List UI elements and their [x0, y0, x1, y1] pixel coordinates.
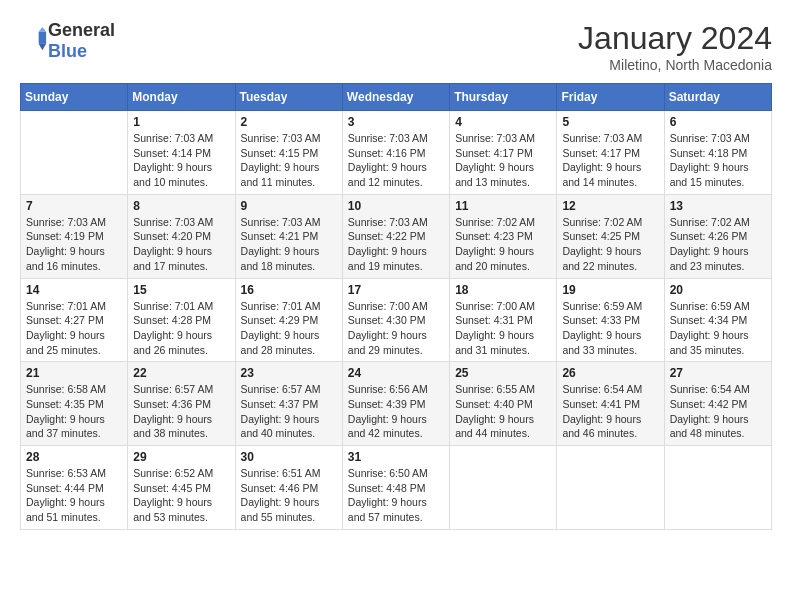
col-saturday: Saturday	[664, 84, 771, 111]
title-area: January 2024 Miletino, North Macedonia	[578, 20, 772, 73]
day-number: 26	[562, 366, 658, 380]
table-row	[21, 111, 128, 195]
day-info: Sunrise: 7:03 AMSunset: 4:14 PMDaylight:…	[133, 131, 229, 190]
table-row: 4 Sunrise: 7:03 AMSunset: 4:17 PMDayligh…	[450, 111, 557, 195]
day-number: 18	[455, 283, 551, 297]
table-row: 26 Sunrise: 6:54 AMSunset: 4:41 PMDaylig…	[557, 362, 664, 446]
table-row: 25 Sunrise: 6:55 AMSunset: 4:40 PMDaylig…	[450, 362, 557, 446]
day-number: 12	[562, 199, 658, 213]
day-number: 21	[26, 366, 122, 380]
day-info: Sunrise: 7:01 AMSunset: 4:28 PMDaylight:…	[133, 299, 229, 358]
table-row: 19 Sunrise: 6:59 AMSunset: 4:33 PMDaylig…	[557, 278, 664, 362]
table-row: 7 Sunrise: 7:03 AMSunset: 4:19 PMDayligh…	[21, 194, 128, 278]
logo-text: General Blue	[48, 20, 115, 62]
day-info: Sunrise: 7:03 AMSunset: 4:17 PMDaylight:…	[562, 131, 658, 190]
subtitle: Miletino, North Macedonia	[578, 57, 772, 73]
day-info: Sunrise: 6:57 AMSunset: 4:36 PMDaylight:…	[133, 382, 229, 441]
day-number: 6	[670, 115, 766, 129]
day-number: 19	[562, 283, 658, 297]
table-row: 16 Sunrise: 7:01 AMSunset: 4:29 PMDaylig…	[235, 278, 342, 362]
day-number: 14	[26, 283, 122, 297]
day-number: 1	[133, 115, 229, 129]
col-thursday: Thursday	[450, 84, 557, 111]
day-info: Sunrise: 7:03 AMSunset: 4:16 PMDaylight:…	[348, 131, 444, 190]
day-number: 31	[348, 450, 444, 464]
day-info: Sunrise: 6:59 AMSunset: 4:34 PMDaylight:…	[670, 299, 766, 358]
day-number: 7	[26, 199, 122, 213]
day-number: 24	[348, 366, 444, 380]
day-info: Sunrise: 6:55 AMSunset: 4:40 PMDaylight:…	[455, 382, 551, 441]
day-info: Sunrise: 7:01 AMSunset: 4:29 PMDaylight:…	[241, 299, 337, 358]
col-wednesday: Wednesday	[342, 84, 449, 111]
day-info: Sunrise: 7:03 AMSunset: 4:21 PMDaylight:…	[241, 215, 337, 274]
calendar-week-row: 1 Sunrise: 7:03 AMSunset: 4:14 PMDayligh…	[21, 111, 772, 195]
logo-icon	[20, 27, 48, 55]
table-row: 3 Sunrise: 7:03 AMSunset: 4:16 PMDayligh…	[342, 111, 449, 195]
table-row: 18 Sunrise: 7:00 AMSunset: 4:31 PMDaylig…	[450, 278, 557, 362]
svg-marker-2	[39, 44, 46, 51]
day-number: 23	[241, 366, 337, 380]
day-number: 28	[26, 450, 122, 464]
table-row: 17 Sunrise: 7:00 AMSunset: 4:30 PMDaylig…	[342, 278, 449, 362]
day-number: 13	[670, 199, 766, 213]
day-number: 27	[670, 366, 766, 380]
day-info: Sunrise: 6:54 AMSunset: 4:42 PMDaylight:…	[670, 382, 766, 441]
table-row: 31 Sunrise: 6:50 AMSunset: 4:48 PMDaylig…	[342, 446, 449, 530]
day-number: 10	[348, 199, 444, 213]
page-header: General Blue January 2024 Miletino, Nort…	[20, 20, 772, 73]
day-info: Sunrise: 6:56 AMSunset: 4:39 PMDaylight:…	[348, 382, 444, 441]
day-info: Sunrise: 6:50 AMSunset: 4:48 PMDaylight:…	[348, 466, 444, 525]
logo-general: General	[48, 20, 115, 40]
day-number: 5	[562, 115, 658, 129]
table-row: 15 Sunrise: 7:01 AMSunset: 4:28 PMDaylig…	[128, 278, 235, 362]
table-row: 22 Sunrise: 6:57 AMSunset: 4:36 PMDaylig…	[128, 362, 235, 446]
day-number: 17	[348, 283, 444, 297]
day-number: 2	[241, 115, 337, 129]
table-row: 13 Sunrise: 7:02 AMSunset: 4:26 PMDaylig…	[664, 194, 771, 278]
day-number: 20	[670, 283, 766, 297]
day-info: Sunrise: 7:02 AMSunset: 4:25 PMDaylight:…	[562, 215, 658, 274]
calendar-table: Sunday Monday Tuesday Wednesday Thursday…	[20, 83, 772, 530]
day-info: Sunrise: 6:59 AMSunset: 4:33 PMDaylight:…	[562, 299, 658, 358]
table-row: 5 Sunrise: 7:03 AMSunset: 4:17 PMDayligh…	[557, 111, 664, 195]
day-info: Sunrise: 7:03 AMSunset: 4:22 PMDaylight:…	[348, 215, 444, 274]
table-row: 12 Sunrise: 7:02 AMSunset: 4:25 PMDaylig…	[557, 194, 664, 278]
day-number: 25	[455, 366, 551, 380]
day-number: 15	[133, 283, 229, 297]
calendar-header-row: Sunday Monday Tuesday Wednesday Thursday…	[21, 84, 772, 111]
day-number: 30	[241, 450, 337, 464]
calendar-week-row: 7 Sunrise: 7:03 AMSunset: 4:19 PMDayligh…	[21, 194, 772, 278]
table-row: 11 Sunrise: 7:02 AMSunset: 4:23 PMDaylig…	[450, 194, 557, 278]
day-info: Sunrise: 7:00 AMSunset: 4:30 PMDaylight:…	[348, 299, 444, 358]
day-info: Sunrise: 6:57 AMSunset: 4:37 PMDaylight:…	[241, 382, 337, 441]
day-info: Sunrise: 6:54 AMSunset: 4:41 PMDaylight:…	[562, 382, 658, 441]
table-row	[450, 446, 557, 530]
day-info: Sunrise: 7:03 AMSunset: 4:20 PMDaylight:…	[133, 215, 229, 274]
table-row: 21 Sunrise: 6:58 AMSunset: 4:35 PMDaylig…	[21, 362, 128, 446]
day-number: 3	[348, 115, 444, 129]
table-row: 10 Sunrise: 7:03 AMSunset: 4:22 PMDaylig…	[342, 194, 449, 278]
main-title: January 2024	[578, 20, 772, 57]
table-row: 23 Sunrise: 6:57 AMSunset: 4:37 PMDaylig…	[235, 362, 342, 446]
day-info: Sunrise: 7:03 AMSunset: 4:17 PMDaylight:…	[455, 131, 551, 190]
table-row: 14 Sunrise: 7:01 AMSunset: 4:27 PMDaylig…	[21, 278, 128, 362]
day-info: Sunrise: 7:03 AMSunset: 4:18 PMDaylight:…	[670, 131, 766, 190]
day-info: Sunrise: 6:52 AMSunset: 4:45 PMDaylight:…	[133, 466, 229, 525]
logo-blue: Blue	[48, 41, 87, 61]
table-row	[557, 446, 664, 530]
table-row: 24 Sunrise: 6:56 AMSunset: 4:39 PMDaylig…	[342, 362, 449, 446]
day-number: 16	[241, 283, 337, 297]
svg-marker-1	[39, 27, 46, 32]
svg-marker-0	[39, 32, 46, 44]
day-number: 9	[241, 199, 337, 213]
col-sunday: Sunday	[21, 84, 128, 111]
col-monday: Monday	[128, 84, 235, 111]
table-row: 1 Sunrise: 7:03 AMSunset: 4:14 PMDayligh…	[128, 111, 235, 195]
table-row: 28 Sunrise: 6:53 AMSunset: 4:44 PMDaylig…	[21, 446, 128, 530]
day-info: Sunrise: 6:53 AMSunset: 4:44 PMDaylight:…	[26, 466, 122, 525]
calendar-week-row: 28 Sunrise: 6:53 AMSunset: 4:44 PMDaylig…	[21, 446, 772, 530]
col-tuesday: Tuesday	[235, 84, 342, 111]
table-row: 9 Sunrise: 7:03 AMSunset: 4:21 PMDayligh…	[235, 194, 342, 278]
table-row: 30 Sunrise: 6:51 AMSunset: 4:46 PMDaylig…	[235, 446, 342, 530]
day-info: Sunrise: 6:51 AMSunset: 4:46 PMDaylight:…	[241, 466, 337, 525]
